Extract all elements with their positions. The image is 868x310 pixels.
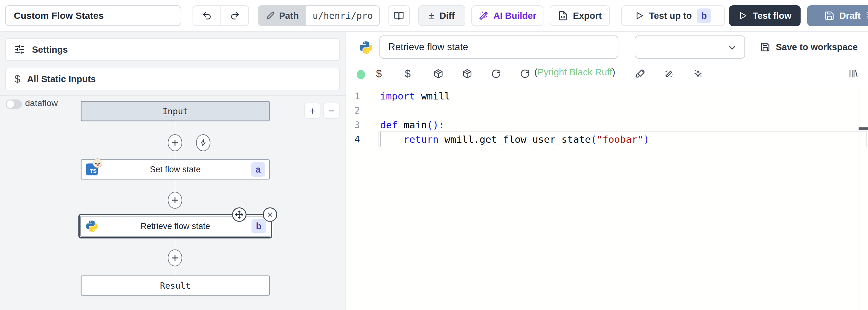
test-flow-button[interactable]: Test flow	[729, 5, 801, 26]
static-inputs-label: All Static Inputs	[27, 74, 96, 84]
line-number: 3	[347, 118, 363, 132]
package-icon	[462, 69, 472, 79]
path-group: Path u/henri/pro	[258, 5, 380, 26]
sliders-icon	[14, 44, 25, 55]
package-icon	[433, 69, 443, 79]
package-button[interactable]	[462, 69, 472, 79]
undo-icon	[202, 11, 212, 21]
path-label: Path	[279, 11, 299, 21]
undo-button[interactable]	[193, 6, 220, 25]
input-node[interactable]: Input	[81, 101, 270, 121]
settings-label: Settings	[32, 45, 68, 55]
line-number: 2	[347, 103, 363, 118]
library-icon-button[interactable]	[848, 69, 858, 79]
format-button[interactable]	[635, 69, 645, 79]
result-node[interactable]: Result	[81, 276, 270, 295]
undo-redo-group	[192, 5, 249, 26]
retrieve-flow-state-label: Retrieve flow state	[141, 222, 210, 231]
code-line: return wmill.get_flow_user_state("foobar…	[380, 132, 649, 146]
python-icon	[85, 220, 98, 233]
test-flow-label: Test flow	[753, 11, 792, 21]
save-to-workspace-label: Save to workspace	[776, 42, 858, 52]
refresh-icon	[520, 69, 530, 79]
step-id-badge-a: a	[251, 162, 265, 177]
code-toolbar: $ $ (Pyright Black Ruff)	[347, 62, 868, 85]
code-editor[interactable]: 1 2 3 4 import wmill def main(): return …	[347, 86, 868, 310]
draft-shortcut: ⌘S	[866, 11, 868, 21]
bun-icon	[93, 159, 102, 168]
ai-builder-button[interactable]: AI Builder	[471, 5, 544, 26]
code-content[interactable]: import wmill def main(): return wmill.ge…	[380, 89, 649, 146]
editor-right-ruler	[859, 86, 859, 310]
save-icon	[760, 42, 770, 52]
code-assistants-status: (Pyright Black Ruff)	[534, 67, 615, 78]
diff-label: Diff	[440, 11, 455, 21]
magic-wand-icon	[664, 69, 674, 79]
docs-button[interactable]	[388, 5, 410, 26]
delete-step-button[interactable]	[263, 207, 277, 222]
redo-icon	[230, 11, 240, 21]
library-icon	[848, 69, 858, 79]
overview-cursor-marker	[859, 128, 868, 130]
add-step-button[interactable]	[168, 192, 182, 209]
variables-button[interactable]: $	[376, 68, 382, 80]
set-flow-state-node[interactable]: TS Set flow state a	[81, 160, 270, 179]
code-line	[380, 103, 649, 118]
save-icon	[825, 11, 834, 21]
flow-title-input[interactable]	[5, 5, 181, 26]
trigger-bolt-button[interactable]	[196, 134, 210, 151]
reload-icon-button[interactable]	[491, 69, 501, 79]
pencil-icon	[266, 11, 275, 20]
line-number: 1	[347, 89, 363, 103]
ai-builder-label: AI Builder	[494, 11, 536, 21]
redo-button[interactable]	[220, 6, 248, 25]
test-up-to-button[interactable]: Test up to b	[621, 5, 725, 26]
export-label: Export	[573, 11, 602, 21]
draft-label: Draft	[839, 11, 861, 21]
sparkles-icon	[693, 69, 703, 79]
ai-wand-icon-button[interactable]	[664, 69, 674, 79]
play-icon	[738, 11, 748, 20]
add-step-button[interactable]	[168, 249, 182, 266]
save-draft-button[interactable]: Draft ⌘S	[807, 5, 868, 26]
file-code-icon	[558, 11, 568, 21]
plus-minus-icon: ±	[429, 10, 435, 22]
save-to-workspace-button[interactable]: Save to workspace	[760, 38, 858, 56]
dollar-icon: $	[376, 68, 382, 80]
reload-icon-button[interactable]	[520, 69, 530, 79]
sparkles-icon-button[interactable]	[693, 69, 703, 79]
code-line: import wmill	[380, 89, 649, 103]
dataflow-label: dataflow	[25, 98, 58, 108]
script-select[interactable]	[635, 35, 745, 59]
dollar-icon: $	[14, 73, 20, 85]
paintbrush-icon	[635, 69, 645, 79]
all-static-inputs-item[interactable]: $ All Static Inputs	[5, 68, 340, 90]
zoom-in-button[interactable]: +	[304, 103, 320, 119]
typescript-bun-icon: TS	[86, 164, 98, 175]
diff-button[interactable]: ± Diff	[418, 5, 465, 26]
dollar-icon: $	[405, 68, 410, 80]
set-flow-state-label: Set flow state	[150, 165, 201, 174]
test-up-to-label: Test up to	[649, 11, 692, 21]
export-button[interactable]: Export	[550, 5, 610, 26]
step-name-input[interactable]	[379, 35, 618, 59]
magic-wand-icon	[478, 11, 489, 21]
path-button[interactable]: Path	[258, 6, 306, 25]
package-button[interactable]	[433, 69, 443, 79]
dataflow-toggle[interactable]	[6, 100, 22, 109]
step-editor-panel: Save to workspace $ $	[347, 32, 868, 310]
play-icon	[635, 11, 644, 20]
graph-divider	[0, 95, 346, 96]
refresh-icon	[491, 69, 501, 79]
flow-graph-panel: Settings $ All Static Inputs dataflow + …	[0, 32, 346, 310]
book-icon	[394, 11, 404, 21]
path-value[interactable]: u/henri/pro	[306, 6, 379, 25]
code-line: def main():	[380, 118, 649, 132]
resources-button[interactable]: $	[405, 68, 410, 80]
test-up-to-step-badge: b	[697, 8, 711, 23]
zoom-out-button[interactable]: −	[323, 103, 340, 119]
add-step-button[interactable]	[168, 134, 182, 151]
flow-settings-item[interactable]: Settings	[5, 38, 340, 61]
chevron-down-icon	[727, 43, 738, 53]
move-step-button[interactable]	[232, 207, 246, 222]
